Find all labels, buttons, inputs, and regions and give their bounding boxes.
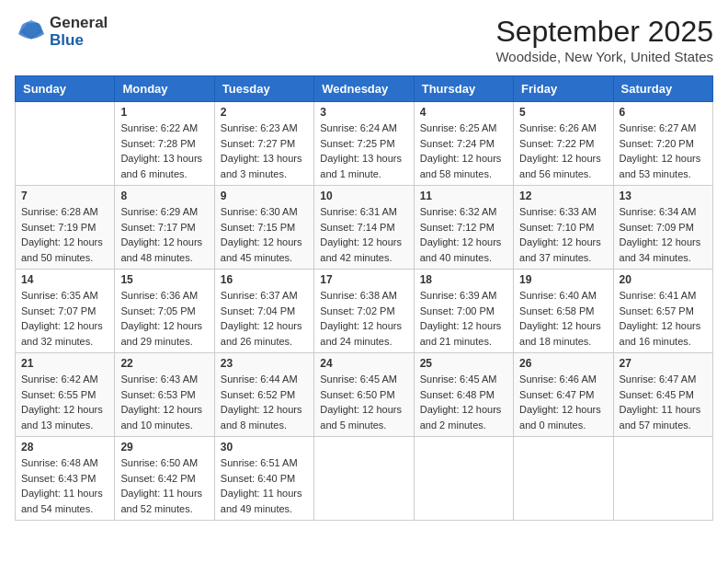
day-number: 28 [21,441,108,454]
calendar-table: SundayMondayTuesdayWednesdayThursdayFrid… [15,75,713,521]
day-info: Sunrise: 6:27 AMSunset: 7:20 PMDaylight:… [620,121,707,181]
day-number: 9 [221,190,308,202]
day-info: Sunrise: 6:43 AMSunset: 6:53 PMDaylight:… [120,372,208,432]
day-info: Sunrise: 6:29 AMSunset: 7:17 PMDaylight:… [120,204,208,265]
calendar-cell: 25Sunrise: 6:45 AMSunset: 6:48 PMDayligh… [414,353,513,437]
day-number: 11 [420,190,507,202]
calendar-header-thursday: Thursday [414,76,513,102]
calendar-cell: 14Sunrise: 6:35 AMSunset: 7:07 PMDayligh… [16,270,115,353]
calendar-cell: 1Sunrise: 6:22 AMSunset: 7:28 PMDaylight… [115,102,214,186]
calendar-cell: 21Sunrise: 6:42 AMSunset: 6:55 PMDayligh… [16,353,115,437]
calendar-cell [314,437,414,521]
day-info: Sunrise: 6:24 AMSunset: 7:25 PMDaylight:… [320,121,407,181]
day-number: 6 [620,106,707,119]
calendar-cell: 11Sunrise: 6:32 AMSunset: 7:12 PMDayligh… [414,186,513,270]
day-number: 2 [221,106,308,119]
day-number: 17 [320,273,407,286]
day-number: 10 [320,190,407,202]
day-number: 24 [320,357,407,370]
calendar-cell: 23Sunrise: 6:44 AMSunset: 6:52 PMDayligh… [214,353,313,437]
day-info: Sunrise: 6:41 AMSunset: 6:57 PMDaylight:… [620,288,707,349]
day-number: 29 [120,441,208,454]
day-info: Sunrise: 6:35 AMSunset: 7:07 PMDaylight:… [21,288,108,349]
day-number: 26 [519,357,607,370]
calendar-header-saturday: Saturday [613,76,712,102]
calendar-cell: 6Sunrise: 6:27 AMSunset: 7:20 PMDaylight… [613,102,712,186]
calendar-week-3: 14Sunrise: 6:35 AMSunset: 7:07 PMDayligh… [16,270,713,353]
day-info: Sunrise: 6:26 AMSunset: 7:22 PMDaylight:… [519,121,607,181]
logo-icon [15,16,48,49]
day-number: 19 [519,273,607,286]
day-number: 18 [420,273,507,286]
calendar-cell: 17Sunrise: 6:38 AMSunset: 7:02 PMDayligh… [314,270,414,353]
day-info: Sunrise: 6:45 AMSunset: 6:50 PMDaylight:… [320,372,407,432]
calendar-cell: 16Sunrise: 6:37 AMSunset: 7:04 PMDayligh… [214,270,313,353]
calendar-cell: 29Sunrise: 6:50 AMSunset: 6:42 PMDayligh… [115,437,214,521]
calendar-cell [613,437,712,521]
calendar-cell: 4Sunrise: 6:25 AMSunset: 7:24 PMDaylight… [414,102,513,186]
calendar-header-row: SundayMondayTuesdayWednesdayThursdayFrid… [16,76,713,102]
day-info: Sunrise: 6:38 AMSunset: 7:02 PMDaylight:… [320,288,407,349]
day-number: 12 [519,190,607,202]
day-info: Sunrise: 6:28 AMSunset: 7:19 PMDaylight:… [21,204,108,265]
calendar-cell: 27Sunrise: 6:47 AMSunset: 6:45 PMDayligh… [613,353,712,437]
logo-blue: Blue [50,32,108,50]
day-info: Sunrise: 6:44 AMSunset: 6:52 PMDaylight:… [221,372,308,432]
title-block: September 2025 Woodside, New York, Unite… [495,15,713,64]
calendar-cell [514,437,613,521]
calendar-cell: 8Sunrise: 6:29 AMSunset: 7:17 PMDaylight… [115,186,214,270]
day-number: 1 [120,106,208,119]
day-number: 20 [620,273,707,286]
calendar-header-friday: Friday [514,76,613,102]
day-info: Sunrise: 6:40 AMSunset: 6:58 PMDaylight:… [519,288,607,349]
day-info: Sunrise: 6:51 AMSunset: 6:40 PMDaylight:… [221,455,308,516]
day-number: 8 [120,190,208,202]
day-number: 13 [620,190,707,202]
day-number: 21 [21,357,108,370]
day-info: Sunrise: 6:23 AMSunset: 7:27 PMDaylight:… [221,121,308,181]
day-number: 7 [21,190,108,202]
calendar-cell: 22Sunrise: 6:43 AMSunset: 6:53 PMDayligh… [115,353,214,437]
day-info: Sunrise: 6:33 AMSunset: 7:10 PMDaylight:… [519,204,607,265]
day-number: 23 [221,357,308,370]
day-info: Sunrise: 6:45 AMSunset: 6:48 PMDaylight:… [420,372,507,432]
day-info: Sunrise: 6:42 AMSunset: 6:55 PMDaylight:… [21,372,108,432]
logo-general: General [50,15,108,32]
day-info: Sunrise: 6:48 AMSunset: 6:43 PMDaylight:… [21,455,108,516]
day-info: Sunrise: 6:47 AMSunset: 6:45 PMDaylight:… [620,372,707,432]
day-info: Sunrise: 6:39 AMSunset: 7:00 PMDaylight:… [420,288,507,349]
day-info: Sunrise: 6:32 AMSunset: 7:12 PMDaylight:… [420,204,507,265]
day-number: 4 [420,106,507,119]
day-info: Sunrise: 6:46 AMSunset: 6:47 PMDaylight:… [519,372,607,432]
day-info: Sunrise: 6:37 AMSunset: 7:04 PMDaylight:… [221,288,308,349]
calendar-header-sunday: Sunday [16,76,115,102]
calendar-cell [414,437,513,521]
day-info: Sunrise: 6:25 AMSunset: 7:24 PMDaylight:… [420,121,507,181]
calendar-cell: 15Sunrise: 6:36 AMSunset: 7:05 PMDayligh… [115,270,214,353]
day-info: Sunrise: 6:30 AMSunset: 7:15 PMDaylight:… [221,204,308,265]
calendar-header-monday: Monday [115,76,214,102]
calendar-week-2: 7Sunrise: 6:28 AMSunset: 7:19 PMDaylight… [16,186,713,270]
calendar-header-wednesday: Wednesday [314,76,414,102]
calendar-cell: 13Sunrise: 6:34 AMSunset: 7:09 PMDayligh… [613,186,712,270]
day-info: Sunrise: 6:50 AMSunset: 6:42 PMDaylight:… [120,455,208,516]
calendar-cell: 10Sunrise: 6:31 AMSunset: 7:14 PMDayligh… [314,186,414,270]
calendar-week-1: 1Sunrise: 6:22 AMSunset: 7:28 PMDaylight… [16,102,713,186]
day-number: 3 [320,106,407,119]
calendar-cell: 2Sunrise: 6:23 AMSunset: 7:27 PMDaylight… [214,102,313,186]
calendar-week-4: 21Sunrise: 6:42 AMSunset: 6:55 PMDayligh… [16,353,713,437]
calendar-header-tuesday: Tuesday [214,76,313,102]
calendar-cell: 20Sunrise: 6:41 AMSunset: 6:57 PMDayligh… [613,270,712,353]
day-info: Sunrise: 6:31 AMSunset: 7:14 PMDaylight:… [320,204,407,265]
day-number: 25 [420,357,507,370]
day-number: 22 [120,357,208,370]
calendar-cell: 9Sunrise: 6:30 AMSunset: 7:15 PMDaylight… [214,186,313,270]
day-number: 15 [120,273,208,286]
day-number: 14 [21,273,108,286]
page-title: September 2025 [495,15,713,49]
logo: General Blue [15,15,108,49]
calendar-cell: 26Sunrise: 6:46 AMSunset: 6:47 PMDayligh… [514,353,613,437]
page-subtitle: Woodside, New York, United States [495,49,713,64]
calendar-cell: 28Sunrise: 6:48 AMSunset: 6:43 PMDayligh… [16,437,115,521]
calendar-cell: 30Sunrise: 6:51 AMSunset: 6:40 PMDayligh… [214,437,313,521]
